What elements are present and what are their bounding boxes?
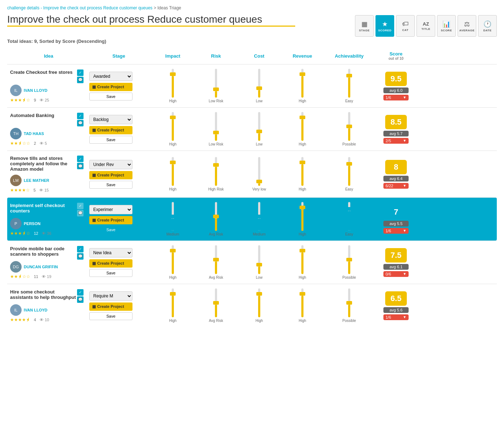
slider-thumb[interactable]: [256, 215, 262, 218]
slider-thumb[interactable]: [346, 74, 352, 77]
slider-thumb[interactable]: [213, 131, 219, 134]
create-project-button[interactable]: ▦ Create Project: [89, 171, 132, 179]
save-button[interactable]: Save: [89, 93, 132, 100]
save-button[interactable]: Save: [89, 312, 132, 320]
slider-cell[interactable]: Possible: [324, 287, 374, 324]
slider-cell[interactable]: Medium: [238, 201, 281, 238]
slider-thumb[interactable]: [346, 207, 352, 211]
slider-cell[interactable]: Low Risk: [194, 67, 238, 104]
idea-edit-icon[interactable]: ✓: [77, 289, 84, 296]
author-name[interactable]: IVAN LLOYD: [24, 88, 48, 93]
slider-thumb[interactable]: [256, 130, 262, 133]
stage-btn[interactable]: ▦ STAGE: [355, 15, 374, 37]
slider-thumb[interactable]: [213, 163, 219, 167]
slider-thumb[interactable]: [346, 125, 352, 128]
idea-comment-icon[interactable]: 💬: [77, 296, 84, 303]
idea-edit-icon[interactable]: ✓: [77, 69, 84, 76]
slider-cell[interactable]: High: [281, 111, 324, 148]
idea-comment-icon[interactable]: 💬: [77, 253, 84, 260]
slider-cell[interactable]: Medium: [151, 201, 194, 238]
create-project-button[interactable]: ▦ Create Project: [89, 216, 132, 224]
slider-cell[interactable]: High: [151, 244, 194, 281]
slider-cell[interactable]: High: [238, 287, 281, 324]
slider-thumb[interactable]: [300, 249, 305, 252]
slider-cell[interactable]: Avg Risk: [194, 201, 238, 238]
slider-thumb[interactable]: [346, 258, 352, 261]
stage-select[interactable]: Under Rev New Idea Backlog Awarded Under…: [89, 160, 132, 169]
idea-edit-icon[interactable]: ✓: [77, 246, 84, 252]
slider-cell[interactable]: Avg Risk: [194, 244, 238, 281]
slider-cell[interactable]: Easy: [324, 156, 374, 193]
cat-btn[interactable]: 🏷 CAT: [396, 15, 415, 37]
slider-thumb[interactable]: [213, 258, 219, 261]
slider-cell[interactable]: Low Risk: [194, 111, 238, 148]
slider-thumb[interactable]: [300, 292, 305, 296]
slider-thumb[interactable]: [256, 263, 262, 266]
slider-cell[interactable]: High: [281, 287, 324, 324]
slider-thumb[interactable]: [170, 215, 176, 218]
author-name[interactable]: DUNCAN GRIFFIN: [24, 265, 58, 269]
slider-thumb[interactable]: [170, 72, 176, 76]
slider-cell[interactable]: Avg Risk: [194, 287, 238, 324]
slider-thumb[interactable]: [170, 249, 176, 252]
idea-comment-icon[interactable]: 💬: [77, 120, 84, 126]
slider-cell[interactable]: High: [281, 67, 324, 104]
save-button[interactable]: Save: [89, 226, 132, 234]
slider-cell[interactable]: Low: [238, 111, 281, 148]
scored-btn[interactable]: ★ SCORED: [375, 15, 394, 37]
slider-thumb[interactable]: [256, 86, 262, 90]
create-project-button[interactable]: ▦ Create Project: [89, 259, 132, 268]
create-project-button[interactable]: ▦ Create Project: [89, 126, 132, 134]
slider-cell[interactable]: Low: [238, 244, 281, 281]
idea-edit-icon[interactable]: ✓: [77, 203, 84, 209]
idea-comment-icon[interactable]: 💬: [77, 77, 84, 83]
slider-thumb[interactable]: [256, 180, 262, 183]
title-btn[interactable]: AZ TITLE: [417, 15, 435, 37]
slider-thumb[interactable]: [300, 72, 305, 76]
slider-cell[interactable]: Possible: [324, 244, 374, 281]
slider-thumb[interactable]: [346, 162, 352, 166]
save-button[interactable]: Save: [89, 269, 132, 277]
author-name[interactable]: TAD HAAS: [24, 131, 44, 136]
slider-thumb[interactable]: [213, 301, 219, 305]
idea-edit-icon[interactable]: ✓: [77, 113, 84, 119]
slider-cell[interactable]: High: [151, 287, 194, 324]
score-btn[interactable]: 📊 SCORE: [437, 15, 456, 37]
stage-select[interactable]: Require M New Idea Backlog Awarded Under…: [89, 291, 132, 301]
slider-cell[interactable]: Possible: [324, 111, 374, 148]
stage-select[interactable]: Backlog New Idea Backlog Awarded Under R…: [89, 115, 132, 124]
slider-thumb[interactable]: [170, 116, 176, 119]
slider-cell[interactable]: High: [281, 156, 324, 193]
breadcrumb-link[interactable]: challenge details - Improve the check ou…: [7, 5, 153, 10]
slider-thumb[interactable]: [170, 161, 176, 164]
author-name[interactable]: PERSON: [24, 221, 40, 226]
slider-thumb[interactable]: [213, 215, 219, 218]
save-button[interactable]: Save: [89, 181, 132, 189]
slider-thumb[interactable]: [213, 88, 219, 91]
author-name[interactable]: IVAN LLOYD: [24, 308, 48, 312]
slider-cell[interactable]: Low: [238, 67, 281, 104]
slider-cell[interactable]: High: [151, 111, 194, 148]
idea-comment-icon[interactable]: 💬: [77, 210, 84, 216]
stage-select[interactable]: Experimer New Idea Backlog Awarded Under…: [89, 205, 132, 214]
slider-cell[interactable]: High: [151, 156, 194, 193]
stage-select[interactable]: Awarded New Idea Backlog Awarded Under R…: [89, 72, 132, 81]
slider-cell[interactable]: Very low: [238, 156, 281, 193]
create-project-button[interactable]: ▦ Create Project: [89, 302, 132, 311]
slider-thumb[interactable]: [346, 301, 352, 305]
stage-select[interactable]: New Idea New Idea Backlog Awarded Under …: [89, 248, 132, 257]
slider-thumb[interactable]: [300, 161, 305, 164]
slider-cell[interactable]: High: [281, 244, 324, 281]
slider-cell[interactable]: Easy: [324, 67, 374, 104]
slider-thumb[interactable]: [300, 116, 305, 119]
slider-thumb[interactable]: [256, 292, 262, 296]
slider-thumb[interactable]: [170, 292, 176, 296]
author-name[interactable]: LEE MATHER: [24, 178, 49, 183]
slider-cell[interactable]: High: [281, 201, 324, 238]
slider-cell[interactable]: High Risk: [194, 156, 238, 193]
slider-cell[interactable]: Easy: [324, 201, 374, 238]
slider-cell[interactable]: High: [151, 67, 194, 104]
slider-thumb[interactable]: [300, 206, 305, 209]
idea-comment-icon[interactable]: 💬: [77, 163, 84, 169]
average-btn[interactable]: ⚖ AVERAGE: [458, 15, 476, 37]
